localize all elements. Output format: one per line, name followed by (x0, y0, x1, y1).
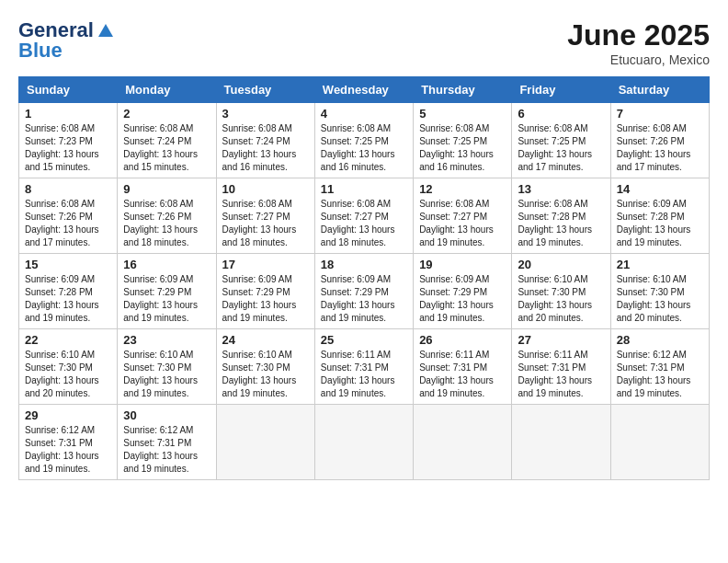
day-info: Sunrise: 6:09 AMSunset: 7:28 PMDaylight:… (25, 273, 111, 325)
day-number: 11 (321, 182, 407, 196)
day-number: 30 (123, 408, 210, 422)
calendar-cell: 14Sunrise: 6:09 AMSunset: 7:28 PMDayligh… (610, 178, 709, 254)
day-info: Sunrise: 6:11 AMSunset: 7:31 PMDaylight:… (321, 349, 407, 400)
day-number: 16 (123, 258, 210, 271)
calendar-cell (512, 405, 610, 480)
calendar-cell: 12Sunrise: 6:08 AMSunset: 7:27 PMDayligh… (414, 178, 512, 254)
day-number: 3 (222, 107, 309, 121)
calendar-week-1: 1Sunrise: 6:08 AMSunset: 7:23 PMDaylight… (19, 103, 710, 178)
day-info: Sunrise: 6:09 AMSunset: 7:29 PMDaylight:… (222, 273, 309, 325)
day-header-tuesday: Tuesday (216, 77, 314, 103)
calendar-cell: 5Sunrise: 6:08 AMSunset: 7:25 PMDaylight… (414, 103, 512, 178)
day-info: Sunrise: 6:09 AMSunset: 7:29 PMDaylight:… (419, 273, 506, 325)
calendar-cell: 11Sunrise: 6:08 AMSunset: 7:27 PMDayligh… (314, 178, 413, 254)
day-number: 29 (25, 408, 111, 422)
day-number: 19 (419, 258, 506, 271)
day-info: Sunrise: 6:11 AMSunset: 7:31 PMDaylight:… (419, 349, 506, 400)
calendar-cell: 28Sunrise: 6:12 AMSunset: 7:31 PMDayligh… (610, 329, 709, 405)
calendar-week-2: 8Sunrise: 6:08 AMSunset: 7:26 PMDaylight… (19, 178, 710, 254)
calendar-cell: 26Sunrise: 6:11 AMSunset: 7:31 PMDayligh… (414, 329, 512, 405)
page-header: General Blue June 2025 Etucuaro, Mexico (18, 18, 710, 67)
day-number: 4 (321, 107, 407, 121)
day-header-saturday: Saturday (610, 77, 709, 103)
day-info: Sunrise: 6:08 AMSunset: 7:26 PMDaylight:… (617, 122, 703, 174)
day-info: Sunrise: 6:08 AMSunset: 7:27 PMDaylight:… (321, 198, 407, 249)
day-number: 24 (222, 333, 309, 347)
day-number: 20 (518, 258, 604, 271)
day-info: Sunrise: 6:12 AMSunset: 7:31 PMDaylight:… (25, 424, 111, 476)
calendar-cell (414, 405, 512, 480)
calendar: SundayMondayTuesdayWednesdayThursdayFrid… (18, 76, 710, 480)
day-info: Sunrise: 6:10 AMSunset: 7:30 PMDaylight:… (123, 349, 210, 400)
day-info: Sunrise: 6:10 AMSunset: 7:30 PMDaylight:… (617, 273, 703, 325)
day-info: Sunrise: 6:11 AMSunset: 7:31 PMDaylight:… (518, 349, 604, 400)
day-info: Sunrise: 6:08 AMSunset: 7:25 PMDaylight:… (321, 122, 407, 174)
calendar-cell: 15Sunrise: 6:09 AMSunset: 7:28 PMDayligh… (19, 254, 118, 329)
calendar-week-3: 15Sunrise: 6:09 AMSunset: 7:28 PMDayligh… (19, 254, 710, 329)
calendar-cell: 9Sunrise: 6:08 AMSunset: 7:26 PMDaylight… (118, 178, 216, 254)
month-title: June 2025 (567, 18, 710, 52)
day-number: 7 (617, 107, 703, 121)
day-header-sunday: Sunday (19, 77, 118, 103)
calendar-cell: 4Sunrise: 6:08 AMSunset: 7:25 PMDaylight… (314, 103, 413, 178)
day-header-friday: Friday (512, 77, 610, 103)
day-info: Sunrise: 6:08 AMSunset: 7:25 PMDaylight:… (419, 122, 506, 174)
day-info: Sunrise: 6:08 AMSunset: 7:26 PMDaylight:… (25, 198, 111, 249)
day-number: 22 (25, 333, 111, 347)
day-info: Sunrise: 6:09 AMSunset: 7:28 PMDaylight:… (617, 198, 703, 249)
day-number: 17 (222, 258, 309, 271)
calendar-cell: 6Sunrise: 6:08 AMSunset: 7:25 PMDaylight… (512, 103, 610, 178)
calendar-cell: 25Sunrise: 6:11 AMSunset: 7:31 PMDayligh… (314, 329, 413, 405)
day-number: 6 (518, 107, 604, 121)
day-number: 28 (617, 333, 703, 347)
title-section: June 2025 Etucuaro, Mexico (567, 18, 710, 67)
day-number: 18 (321, 258, 407, 271)
calendar-week-4: 22Sunrise: 6:10 AMSunset: 7:30 PMDayligh… (19, 329, 710, 405)
day-info: Sunrise: 6:08 AMSunset: 7:23 PMDaylight:… (25, 122, 111, 174)
day-number: 8 (25, 182, 111, 196)
day-number: 13 (518, 182, 604, 196)
calendar-cell: 3Sunrise: 6:08 AMSunset: 7:24 PMDaylight… (216, 103, 314, 178)
day-number: 5 (419, 107, 506, 121)
day-info: Sunrise: 6:12 AMSunset: 7:31 PMDaylight:… (617, 349, 703, 400)
calendar-cell (610, 405, 709, 480)
logo: General Blue (18, 18, 113, 63)
logo-blue: Blue (18, 39, 63, 63)
calendar-cell: 21Sunrise: 6:10 AMSunset: 7:30 PMDayligh… (610, 254, 709, 329)
day-number: 27 (518, 333, 604, 347)
day-number: 26 (419, 333, 506, 347)
calendar-cell (216, 405, 314, 480)
calendar-cell: 13Sunrise: 6:08 AMSunset: 7:28 PMDayligh… (512, 178, 610, 254)
calendar-cell: 2Sunrise: 6:08 AMSunset: 7:24 PMDaylight… (118, 103, 216, 178)
calendar-cell: 7Sunrise: 6:08 AMSunset: 7:26 PMDaylight… (610, 103, 709, 178)
day-info: Sunrise: 6:08 AMSunset: 7:28 PMDaylight:… (518, 198, 604, 249)
day-number: 12 (419, 182, 506, 196)
subtitle: Etucuaro, Mexico (567, 52, 710, 67)
calendar-cell: 19Sunrise: 6:09 AMSunset: 7:29 PMDayligh… (414, 254, 512, 329)
day-info: Sunrise: 6:09 AMSunset: 7:29 PMDaylight:… (321, 273, 407, 325)
calendar-cell: 1Sunrise: 6:08 AMSunset: 7:23 PMDaylight… (19, 103, 118, 178)
calendar-cell: 23Sunrise: 6:10 AMSunset: 7:30 PMDayligh… (118, 329, 216, 405)
day-number: 2 (123, 107, 210, 121)
calendar-cell: 18Sunrise: 6:09 AMSunset: 7:29 PMDayligh… (314, 254, 413, 329)
day-number: 15 (25, 258, 111, 271)
day-number: 25 (321, 333, 407, 347)
calendar-cell: 8Sunrise: 6:08 AMSunset: 7:26 PMDaylight… (19, 178, 118, 254)
day-info: Sunrise: 6:08 AMSunset: 7:24 PMDaylight:… (222, 122, 309, 174)
day-info: Sunrise: 6:08 AMSunset: 7:27 PMDaylight:… (419, 198, 506, 249)
calendar-cell: 16Sunrise: 6:09 AMSunset: 7:29 PMDayligh… (118, 254, 216, 329)
calendar-cell: 29Sunrise: 6:12 AMSunset: 7:31 PMDayligh… (19, 405, 118, 480)
day-number: 21 (617, 258, 703, 271)
calendar-cell: 30Sunrise: 6:12 AMSunset: 7:31 PMDayligh… (118, 405, 216, 480)
day-header-wednesday: Wednesday (314, 77, 413, 103)
calendar-cell: 10Sunrise: 6:08 AMSunset: 7:27 PMDayligh… (216, 178, 314, 254)
calendar-cell: 27Sunrise: 6:11 AMSunset: 7:31 PMDayligh… (512, 329, 610, 405)
calendar-cell: 22Sunrise: 6:10 AMSunset: 7:30 PMDayligh… (19, 329, 118, 405)
calendar-cell: 20Sunrise: 6:10 AMSunset: 7:30 PMDayligh… (512, 254, 610, 329)
day-info: Sunrise: 6:08 AMSunset: 7:26 PMDaylight:… (123, 198, 210, 249)
calendar-header-row: SundayMondayTuesdayWednesdayThursdayFrid… (19, 77, 710, 103)
day-info: Sunrise: 6:10 AMSunset: 7:30 PMDaylight:… (25, 349, 111, 400)
logo-triangle-icon (98, 24, 113, 37)
day-info: Sunrise: 6:08 AMSunset: 7:27 PMDaylight:… (222, 198, 309, 249)
calendar-cell: 17Sunrise: 6:09 AMSunset: 7:29 PMDayligh… (216, 254, 314, 329)
